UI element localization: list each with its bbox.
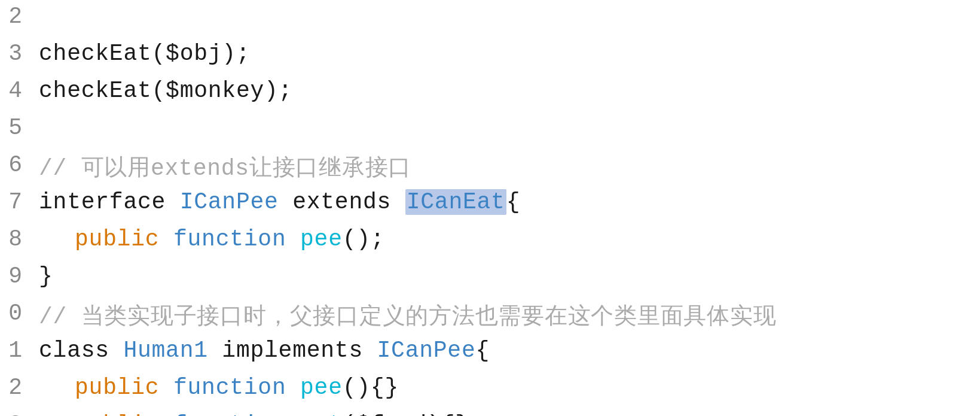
token: class xyxy=(39,338,109,363)
code-line: 2public function pee(){} xyxy=(0,371,980,408)
token: $obj xyxy=(166,41,222,66)
token: ($food){} xyxy=(343,412,469,416)
line-content: checkEat($monkey); xyxy=(33,74,980,111)
token: implements xyxy=(222,338,363,363)
line-content xyxy=(33,111,980,148)
token: public xyxy=(75,375,159,400)
token: function xyxy=(159,412,300,416)
code-line: 2 xyxy=(0,0,980,37)
token: $monkey xyxy=(166,78,264,104)
code-line: 1class Human1 implements ICanPee{ xyxy=(0,334,980,371)
token: public xyxy=(75,226,159,252)
highlight-token: ICanEat xyxy=(405,189,506,215)
token: { xyxy=(506,189,521,215)
code-block: 2 3checkEat($obj);4checkEat($monkey);5 6… xyxy=(0,0,980,416)
token: { xyxy=(476,338,490,363)
token: public xyxy=(75,412,159,416)
code-line: 6// 可以用extends让接口继承接口 xyxy=(0,148,980,186)
line-content: // 可以用extends让接口继承接口 xyxy=(33,148,980,186)
line-number: 1 xyxy=(0,334,33,371)
line-content: public function eat($food){} xyxy=(33,408,980,416)
token: function xyxy=(159,375,300,400)
line-number: 4 xyxy=(0,74,33,111)
token: eat xyxy=(300,412,343,416)
token: } xyxy=(39,263,53,289)
token: checkEat( xyxy=(39,41,166,66)
code-line: 9} xyxy=(0,260,980,297)
code-line: 0// 当类实现子接口时，父接口定义的方法也需要在这个类里面具体实现 xyxy=(0,297,980,334)
line-number: 7 xyxy=(0,186,33,223)
line-number: 5 xyxy=(0,111,33,148)
token: // 可以用extends让接口继承接口 xyxy=(39,156,411,181)
line-content: public function pee(); xyxy=(33,223,980,260)
code-line: 7interface ICanPee extends ICanEat{ xyxy=(0,186,980,223)
line-number: 2 xyxy=(0,0,33,37)
token: (); xyxy=(343,226,385,252)
line-content: checkEat($obj); xyxy=(33,37,980,74)
line-content: interface ICanPee extends ICanEat{ xyxy=(33,186,980,223)
token: ); xyxy=(222,41,250,66)
token: pee xyxy=(300,375,343,400)
line-number: 3 xyxy=(0,408,33,416)
code-line: 5 xyxy=(0,111,980,148)
token xyxy=(391,189,405,215)
token: // 当类实现子接口时，父接口定义的方法也需要在这个类里面具体实现 xyxy=(39,304,777,330)
line-content: } xyxy=(33,260,980,297)
line-number: 3 xyxy=(0,37,33,74)
token: function xyxy=(159,226,300,252)
code-line: 8public function pee(); xyxy=(0,223,980,260)
token: Human1 xyxy=(109,338,222,363)
line-content: public function pee(){} xyxy=(33,371,980,408)
token: ); xyxy=(264,78,292,104)
line-content: class Human1 implements ICanPee{ xyxy=(33,334,980,371)
token: extends xyxy=(292,189,391,215)
code-viewer: 2 3checkEat($obj);4checkEat($monkey);5 6… xyxy=(0,0,980,416)
code-line: 3public function eat($food){} xyxy=(0,408,980,416)
code-line: 3checkEat($obj); xyxy=(0,37,980,74)
line-number: 9 xyxy=(0,260,33,297)
token: pee xyxy=(300,226,343,252)
token: (){} xyxy=(343,375,399,400)
token: interface xyxy=(39,189,166,215)
token: ICanPee xyxy=(166,189,292,215)
code-line: 4checkEat($monkey); xyxy=(0,74,980,111)
token: ICanPee xyxy=(363,338,476,363)
token: checkEat( xyxy=(39,78,166,104)
line-content: // 当类实现子接口时，父接口定义的方法也需要在这个类里面具体实现 xyxy=(33,297,980,334)
line-number: 0 xyxy=(0,297,33,334)
line-number: 8 xyxy=(0,223,33,260)
line-number: 2 xyxy=(0,371,33,408)
line-content xyxy=(33,0,980,37)
line-number: 6 xyxy=(0,148,33,186)
